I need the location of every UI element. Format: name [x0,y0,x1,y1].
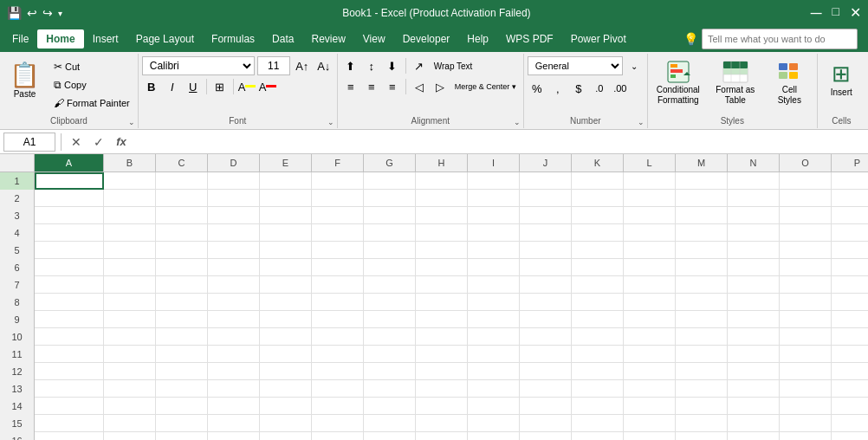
cell-F14[interactable] [312,398,364,415]
cell-P6[interactable] [832,259,868,276]
cell-G12[interactable] [364,363,416,380]
cell-B5[interactable] [104,242,156,259]
cell-I3[interactable] [468,207,520,224]
cell-F3[interactable] [312,207,364,224]
cell-N8[interactable] [728,294,780,311]
cell-J7[interactable] [520,276,572,294]
cell-L11[interactable] [624,346,676,363]
cell-P15[interactable] [832,415,868,432]
cell-C2[interactable] [156,190,208,207]
cell-J2[interactable] [520,190,572,207]
wrap-text-button[interactable]: Wrap Text [431,56,476,75]
alignment-expand-icon[interactable]: ⌄ [514,118,521,126]
cell-E6[interactable] [260,259,312,276]
decrease-decimal-button[interactable]: .0 [590,79,609,98]
cell-J11[interactable] [520,346,572,363]
cell-E1[interactable] [260,172,312,190]
format-painter-button[interactable]: 🖌 Format Painter [49,94,134,112]
cell-E2[interactable] [260,190,312,207]
cell-H5[interactable] [416,242,468,259]
cell-H6[interactable] [416,259,468,276]
cell-A11[interactable] [35,346,104,363]
cell-K6[interactable] [572,259,624,276]
cell-E16[interactable] [260,432,312,440]
cell-K10[interactable] [572,328,624,346]
cell-J6[interactable] [520,259,572,276]
cell-M13[interactable] [676,380,728,398]
cell-A12[interactable] [35,363,104,380]
col-header-A[interactable]: A [35,154,104,171]
cell-P1[interactable] [832,172,868,190]
cell-B4[interactable] [104,224,156,242]
cell-F11[interactable] [312,346,364,363]
row-num-16[interactable]: 16 [0,432,35,440]
cell-J3[interactable] [520,207,572,224]
cell-G7[interactable] [364,276,416,294]
cell-I9[interactable] [468,311,520,328]
cell-C5[interactable] [156,242,208,259]
row-num-13[interactable]: 13 [0,380,35,398]
cell-N5[interactable] [728,242,780,259]
cell-B6[interactable] [104,259,156,276]
cell-I15[interactable] [468,415,520,432]
align-bottom-button[interactable]: ⬇ [383,56,402,75]
cell-N11[interactable] [728,346,780,363]
cell-M2[interactable] [676,190,728,207]
copy-button[interactable]: ⧉ Copy [49,76,134,94]
cell-P2[interactable] [832,190,868,207]
font-name-select[interactable]: Calibri Arial Times New Roman [142,56,255,75]
cell-P13[interactable] [832,380,868,398]
row-num-15[interactable]: 15 [0,415,35,432]
cell-D3[interactable] [208,207,260,224]
cell-P3[interactable] [832,207,868,224]
cell-K5[interactable] [572,242,624,259]
save-icon[interactable]: 💾 [7,6,22,20]
col-header-G[interactable]: G [364,154,416,171]
cell-M10[interactable] [676,328,728,346]
cell-A15[interactable] [35,415,104,432]
cell-D2[interactable] [208,190,260,207]
col-header-L[interactable]: L [624,154,676,171]
close-icon[interactable]: ✕ [850,4,861,23]
increase-indent-button[interactable]: ▷ [431,77,450,96]
cell-A9[interactable] [35,311,104,328]
cell-A1[interactable] [35,172,104,190]
cell-N12[interactable] [728,363,780,380]
cell-I11[interactable] [468,346,520,363]
cell-C3[interactable] [156,207,208,224]
cell-C14[interactable] [156,398,208,415]
menu-wps-pdf[interactable]: WPS PDF [497,29,562,49]
cut-button[interactable]: ✂ Cut [49,58,134,75]
cell-F15[interactable] [312,415,364,432]
cell-J15[interactable] [520,415,572,432]
number-format-expand-icon[interactable]: ⌄ [625,56,644,75]
cell-O14[interactable] [780,398,832,415]
cell-E8[interactable] [260,294,312,311]
cell-G10[interactable] [364,328,416,346]
cell-A3[interactable] [35,207,104,224]
cell-K16[interactable] [572,432,624,440]
cell-F6[interactable] [312,259,364,276]
cell-C4[interactable] [156,224,208,242]
cell-B8[interactable] [104,294,156,311]
cell-K3[interactable] [572,207,624,224]
cell-O15[interactable] [780,415,832,432]
decrease-indent-button[interactable]: ◁ [410,77,429,96]
col-header-E[interactable]: E [260,154,312,171]
cell-H4[interactable] [416,224,468,242]
menu-developer[interactable]: Developer [394,29,459,49]
cell-K14[interactable] [572,398,624,415]
cell-A14[interactable] [35,398,104,415]
cell-H14[interactable] [416,398,468,415]
help-search-input[interactable] [702,29,858,49]
cell-C12[interactable] [156,363,208,380]
cell-G14[interactable] [364,398,416,415]
cell-M14[interactable] [676,398,728,415]
cell-A6[interactable] [35,259,104,276]
cell-J10[interactable] [520,328,572,346]
cell-N7[interactable] [728,276,780,294]
insert-button[interactable]: ⊞ Insert [823,56,860,101]
cell-F7[interactable] [312,276,364,294]
cell-P5[interactable] [832,242,868,259]
currency-button[interactable]: $ [569,79,588,98]
